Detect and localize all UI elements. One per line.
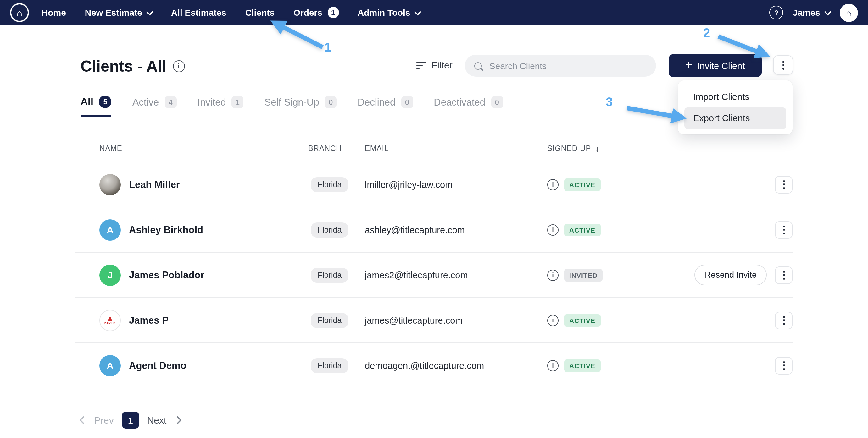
table-row: J James Poblador Florida james2@titlecap… xyxy=(75,252,793,298)
annotation-arrow-2 xyxy=(718,36,758,52)
client-name: Ashley Birkhold xyxy=(129,224,203,235)
sort-desc-icon[interactable]: ↓ xyxy=(595,144,600,153)
chevron-right-icon[interactable] xyxy=(174,416,182,424)
page-info-icon[interactable]: i xyxy=(173,60,185,72)
tab-all[interactable]: All 5 xyxy=(81,96,112,117)
invite-client-button[interactable]: + Invite Client xyxy=(669,54,762,77)
client-name: Agent Demo xyxy=(129,360,186,371)
nav-items: Home New Estimate All Estimates Clients … xyxy=(41,7,420,18)
status-badge: ACTIVE xyxy=(564,224,600,236)
kebab-icon xyxy=(783,180,785,189)
tab-deactivated[interactable]: Deactivated 0 xyxy=(434,96,503,117)
table-row: REDFIN James P Florida james@titlecaptur… xyxy=(75,298,793,343)
column-header-signed-up[interactable]: SIGNED UP ↓ xyxy=(547,144,698,153)
tab-active-label: Active xyxy=(132,97,159,108)
avatar-initial: A xyxy=(99,219,121,240)
next-page-button[interactable]: Next xyxy=(147,415,167,426)
current-page-button[interactable]: 1 xyxy=(122,412,139,429)
branch-cell: Florida xyxy=(308,177,365,192)
annotation-number-3: 3 xyxy=(606,95,613,109)
menu-item-export-clients[interactable]: Export Clients xyxy=(684,107,786,129)
tab-deactivated-count: 0 xyxy=(491,96,503,108)
name-cell: J James Poblador xyxy=(75,264,308,285)
row-menu-button[interactable] xyxy=(775,176,793,193)
info-icon[interactable]: i xyxy=(547,179,559,190)
avatar-initial: A xyxy=(99,355,121,376)
branch-badge: Florida xyxy=(311,313,348,328)
annotation-number-2: 2 xyxy=(703,26,710,40)
filter-label: Filter xyxy=(432,60,453,70)
info-icon[interactable]: i xyxy=(547,314,559,326)
nav-home[interactable]: Home xyxy=(41,7,66,18)
kebab-cell xyxy=(767,221,793,238)
chevron-down-icon xyxy=(414,8,422,15)
pagination: Prev 1 Next xyxy=(81,412,180,429)
nav-clients[interactable]: Clients xyxy=(245,7,275,18)
company-avatar[interactable]: ⌂ xyxy=(840,3,858,22)
page-header: Clients - All i xyxy=(81,57,185,75)
filter-icon xyxy=(416,62,426,69)
column-header-email[interactable]: EMAIL xyxy=(365,144,547,153)
tab-self-sign-up-label: Self Sign-Up xyxy=(265,97,319,108)
branch-badge: Florida xyxy=(311,358,348,373)
column-header-name[interactable]: NAME xyxy=(75,144,308,153)
email-cell: james2@titlecapture.com xyxy=(365,270,547,280)
nav-admin-tools[interactable]: Admin Tools xyxy=(358,7,420,18)
kebab-cell xyxy=(767,176,793,193)
nav-new-estimate[interactable]: New Estimate xyxy=(85,7,152,18)
avatar-logo: REDFIN xyxy=(99,309,121,331)
nav-new-estimate-label: New Estimate xyxy=(85,7,142,18)
nav-orders[interactable]: Orders 1 xyxy=(293,7,339,18)
table-row: A Agent Demo Florida demoagent@titlecapt… xyxy=(75,343,793,389)
row-menu-button[interactable] xyxy=(775,221,793,238)
menu-item-import-clients[interactable]: Import Clients xyxy=(684,86,786,107)
resend-invite-button[interactable]: Resend Invite xyxy=(695,265,767,285)
branch-badge: Florida xyxy=(311,177,348,192)
status-badge: ACTIVE xyxy=(564,314,600,327)
status-badge: ACTIVE xyxy=(564,178,600,191)
tab-declined-label: Declined xyxy=(358,97,396,108)
name-cell: A Ashley Birkhold xyxy=(75,219,308,240)
status-cell: i ACTIVE xyxy=(547,178,698,191)
info-icon[interactable]: i xyxy=(547,360,559,371)
chevron-down-icon xyxy=(146,8,153,15)
actions-dropdown-menu: Import Clients Export Clients xyxy=(678,80,793,134)
invite-client-label: Invite Client xyxy=(697,61,745,71)
redfin-logo-text: REDFIN xyxy=(104,322,116,325)
clients-table: NAME BRANCH EMAIL SIGNED UP ↓ Leah Mille… xyxy=(75,135,793,389)
help-button[interactable]: ? xyxy=(770,6,783,20)
brand-logo[interactable]: ⌂ xyxy=(10,3,29,22)
filter-button[interactable]: Filter xyxy=(416,60,453,70)
email-cell: demoagent@titlecapture.com xyxy=(365,360,547,370)
tab-self-sign-up[interactable]: Self Sign-Up 0 xyxy=(265,96,337,117)
prev-page-button[interactable]: Prev xyxy=(94,415,114,426)
user-menu[interactable]: James xyxy=(793,7,830,18)
tab-active[interactable]: Active 4 xyxy=(132,96,177,117)
row-menu-button[interactable] xyxy=(775,266,793,284)
branch-badge: Florida xyxy=(311,222,348,237)
top-navbar: ⌂ Home New Estimate All Estimates Client… xyxy=(0,0,868,25)
info-icon[interactable]: i xyxy=(547,224,559,235)
orders-count-badge: 1 xyxy=(328,7,339,18)
status-badge: INVITED xyxy=(564,269,602,281)
search-box[interactable] xyxy=(465,55,656,77)
status-cell: i ACTIVE xyxy=(547,359,698,372)
search-input[interactable] xyxy=(488,60,647,71)
kebab-cell xyxy=(767,357,793,374)
annotation-arrow-3 xyxy=(627,108,674,116)
chevron-left-icon[interactable] xyxy=(79,416,87,424)
tab-invited[interactable]: Invited 1 xyxy=(197,96,243,117)
column-header-branch[interactable]: BRANCH xyxy=(308,144,365,153)
more-actions-button[interactable] xyxy=(773,55,793,75)
row-menu-button[interactable] xyxy=(775,357,793,374)
tab-declined[interactable]: Declined 0 xyxy=(358,96,413,117)
company-logo-icon: ⌂ xyxy=(846,8,851,17)
kebab-icon xyxy=(783,361,785,370)
avatar-photo xyxy=(99,174,121,195)
tab-self-sign-up-count: 0 xyxy=(325,96,337,108)
branch-cell: Florida xyxy=(308,267,365,282)
info-icon[interactable]: i xyxy=(547,269,559,280)
row-menu-button[interactable] xyxy=(775,311,793,329)
nav-all-estimates[interactable]: All Estimates xyxy=(171,7,226,18)
table-header: NAME BRANCH EMAIL SIGNED UP ↓ xyxy=(75,135,793,162)
